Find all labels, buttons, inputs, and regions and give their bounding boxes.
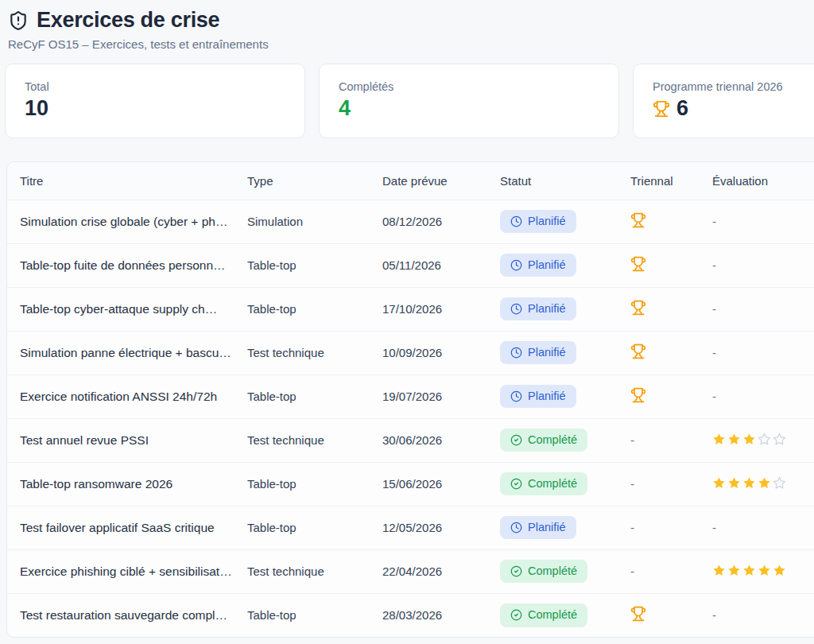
rating-stars (712, 476, 786, 490)
table-row-7[interactable]: Table-top ransomware 2026 Table-top 15/0… (7, 462, 814, 506)
cell-title: Table-top ransomware 2026 (7, 462, 247, 506)
empty-dash: - (712, 302, 716, 316)
cell-triennal (630, 374, 712, 418)
cell-triennal (630, 593, 712, 637)
table-row-10[interactable]: Test restauration sauvegarde compl… Tabl… (7, 593, 814, 637)
table-row-6[interactable]: Test annuel revue PSSI Test technique 30… (7, 418, 814, 462)
star-filled-icon (727, 433, 741, 446)
cell-date: 12/05/2026 (382, 506, 500, 549)
cell-evaluation: - (712, 374, 814, 418)
page-subtitle: ReCyF OS15 – Exercices, tests et entraîn… (8, 37, 814, 51)
star-filled-icon (742, 433, 756, 446)
cell-title: Test annuel revue PSSI (7, 418, 247, 462)
star-filled-icon (758, 476, 771, 490)
status-badge-label: Planifié (528, 301, 566, 317)
cell-date: 15/06/2026 (382, 462, 500, 506)
status-badge-planned: Planifié (500, 297, 576, 321)
cell-title: Test restauration sauvegarde compl… (7, 593, 247, 637)
clock-icon (510, 522, 522, 533)
status-badge-label: Complété (528, 433, 577, 448)
trophy-icon (653, 100, 670, 118)
stat-label: Complétés (339, 80, 599, 93)
table-row-1[interactable]: Simulation crise globale (cyber + ph… Si… (7, 200, 814, 243)
clock-icon (510, 303, 522, 315)
cell-triennal: - (630, 462, 712, 506)
cell-evaluation: - (712, 243, 814, 287)
table-row-5[interactable]: Exercice notification ANSSI 24h/72h Tabl… (7, 374, 814, 418)
cell-title: Simulation panne électrique + bascu… (7, 331, 247, 374)
empty-dash: - (630, 564, 634, 578)
status-badge-label: Planifié (528, 389, 566, 405)
cell-title: Exercice phishing ciblé + sensibilisat… (7, 549, 247, 593)
clock-icon (510, 215, 522, 227)
check-circle-icon (510, 434, 522, 446)
stat-value: 4 (339, 98, 351, 119)
clock-icon (510, 347, 522, 359)
cell-title: Table-top cyber-attaque supply ch… (7, 287, 247, 331)
cell-type: Table-top (247, 374, 382, 418)
status-badge-label: Complété (528, 476, 577, 492)
column-header-statut: Statut (500, 162, 630, 200)
table-row-9[interactable]: Exercice phishing ciblé + sensibilisat… … (7, 549, 814, 593)
exercises-table-card: Titre Type Date prévue Statut Triennal É… (6, 161, 814, 638)
table-row-8[interactable]: Test failover applicatif SaaS critique T… (7, 506, 814, 549)
cell-triennal (630, 287, 712, 331)
table-row-3[interactable]: Table-top cyber-attaque supply ch… Table… (7, 287, 814, 331)
trophy-icon (630, 212, 646, 228)
status-badge-completed: Complété (500, 560, 587, 584)
page-header: Exercices de crise ReCyF OS15 – Exercice… (6, 8, 814, 51)
cell-type: Test technique (247, 418, 382, 462)
cell-date: 10/09/2026 (382, 331, 500, 374)
table-row-2[interactable]: Table-top fuite de données personn… Tabl… (7, 243, 814, 287)
empty-dash: - (712, 390, 716, 403)
cell-date: 05/11/2026 (382, 243, 500, 287)
star-filled-icon (712, 433, 726, 446)
trophy-icon (630, 256, 646, 272)
cell-evaluation (712, 418, 814, 462)
cell-type: Table-top (247, 506, 382, 549)
cell-status: Planifié (500, 506, 630, 549)
stat-card-triennal: Programme triennal 2026 6 (633, 64, 814, 138)
cell-status: Complété (500, 462, 630, 506)
star-filled-icon (712, 476, 726, 490)
status-badge-planned: Planifié (500, 516, 576, 540)
cell-triennal (630, 331, 712, 374)
crisis-exercises-page: Exercices de crise ReCyF OS15 – Exercice… (0, 0, 814, 638)
exercises-table: Titre Type Date prévue Statut Triennal É… (7, 162, 814, 637)
status-badge-planned: Planifié (500, 210, 576, 234)
cell-type: Simulation (247, 200, 382, 243)
status-badge-planned: Planifié (500, 341, 576, 365)
table-row-4[interactable]: Simulation panne électrique + bascu… Tes… (7, 331, 814, 374)
star-filled-icon (742, 564, 756, 577)
stat-label: Programme triennal 2026 (653, 80, 814, 93)
stats-row: Total 10 Complétés 4 Programme triennal … (5, 64, 814, 138)
stat-card-total: Total 10 (5, 64, 305, 138)
status-badge-label: Planifié (528, 520, 566, 536)
stat-value: 6 (676, 98, 688, 119)
status-badge-label: Complété (528, 607, 577, 623)
status-badge-completed: Complété (500, 472, 587, 496)
check-circle-icon (510, 565, 522, 577)
cell-date: 19/07/2026 (382, 374, 500, 418)
cell-title: Table-top fuite de données personn… (7, 243, 247, 287)
cell-type: Table-top (247, 287, 382, 331)
cell-status: Complété (500, 549, 630, 593)
rating-stars (712, 564, 786, 577)
check-circle-icon (510, 609, 522, 621)
clock-icon (510, 390, 522, 402)
rating-stars (712, 433, 786, 446)
column-header-titre: Titre (7, 162, 247, 200)
stat-value: 10 (25, 98, 48, 119)
cell-evaluation: - (712, 200, 814, 243)
status-badge-label: Complété (528, 564, 577, 580)
status-badge-completed: Complété (500, 429, 587, 452)
cell-status: Planifié (500, 287, 630, 331)
star-filled-icon (758, 564, 771, 577)
cell-date: 22/04/2026 (382, 549, 500, 593)
empty-dash: - (630, 433, 634, 447)
cell-date: 08/12/2026 (382, 200, 500, 243)
check-circle-icon (510, 478, 522, 490)
status-badge-label: Planifié (528, 345, 566, 361)
cell-type: Table-top (247, 243, 382, 287)
cell-type: Table-top (247, 593, 382, 637)
